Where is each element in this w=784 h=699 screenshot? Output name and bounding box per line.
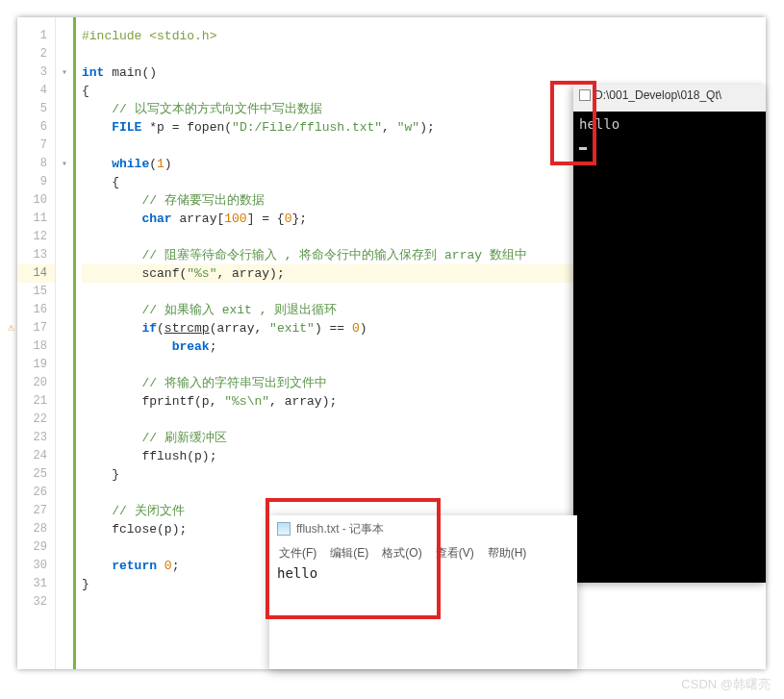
line-number: 31 [17, 575, 55, 593]
fold-cell [56, 337, 73, 356]
notepad-menu-item[interactable]: 查看(V) [436, 545, 474, 562]
line-number: 2 [17, 45, 55, 63]
line-number: 15 [17, 283, 55, 301]
fold-cell [56, 465, 73, 484]
line-number: 27 [17, 502, 55, 520]
fold-cell [56, 228, 73, 246]
notepad-menu-item[interactable]: 帮助(H) [488, 545, 527, 562]
watermark: CSDN @韩曙亮 [681, 676, 771, 693]
line-number: 14 [17, 264, 55, 283]
fold-cell [56, 27, 73, 45]
fold-cell [56, 502, 73, 520]
line-number: 17⚠ [17, 319, 55, 337]
fold-cell [56, 82, 73, 100]
fold-cell [56, 374, 73, 392]
fold-cell [56, 137, 73, 155]
fold-cell [56, 538, 73, 557]
fold-cell [56, 484, 73, 502]
notepad-menu-item[interactable]: 格式(O) [382, 545, 421, 562]
fold-cell [56, 100, 73, 118]
line-number: 20 [17, 374, 55, 392]
line-number: 18 [17, 337, 55, 356]
fold-cell [56, 411, 73, 429]
fold-cell [56, 45, 73, 63]
console-body[interactable]: hello [573, 112, 766, 154]
line-number: 3 [17, 63, 55, 82]
code-line[interactable]: #include <stdio.h> [82, 27, 766, 45]
line-number: 32 [17, 593, 55, 612]
fold-cell [56, 429, 73, 447]
warning-icon: ⚠ [8, 319, 14, 337]
notepad-icon [277, 522, 291, 536]
fold-cell [56, 319, 73, 337]
fold-cell [56, 557, 73, 575]
line-number: 8 [17, 155, 55, 173]
notepad-menubar: 文件(F)编辑(E)格式(O)查看(V)帮助(H) [269, 542, 577, 563]
notepad-window: fflush.txt - 记事本 文件(F)编辑(E)格式(O)查看(V)帮助(… [269, 515, 577, 669]
app-icon [579, 89, 591, 101]
line-number: 28 [17, 520, 55, 538]
line-number: 9 [17, 173, 55, 191]
notepad-menu-item[interactable]: 文件(F) [279, 545, 316, 562]
fold-cell [56, 301, 73, 319]
console-output-line: hello [579, 115, 760, 133]
notepad-content: hello [277, 565, 317, 581]
fold-cell [56, 356, 73, 374]
line-number: 12 [17, 228, 55, 246]
line-number: 30 [17, 557, 55, 575]
console-cursor [579, 147, 587, 150]
fold-cell[interactable]: ▾ [56, 155, 73, 173]
notepad-title-text: fflush.txt - 记事本 [296, 521, 384, 537]
fold-cell [56, 447, 73, 465]
line-number: 21 [17, 392, 55, 411]
line-number: 11 [17, 210, 55, 228]
code-line[interactable]: int main() [82, 63, 766, 82]
line-number: 4 [17, 82, 55, 100]
screenshot-frame: 1234567891011121314151617⚠18192021222324… [17, 17, 766, 669]
fold-column: ▾▾ [56, 17, 73, 669]
notepad-menu-item[interactable]: 编辑(E) [330, 545, 368, 562]
line-number: 25 [17, 465, 55, 484]
line-number: 16 [17, 301, 55, 319]
fold-cell [56, 593, 73, 612]
fold-cell [56, 575, 73, 593]
console-titlebar[interactable]: D:\001_Develop\018_Qt\ [579, 88, 721, 102]
line-number: 1 [17, 27, 55, 45]
line-number: 24 [17, 447, 55, 465]
fold-cell [56, 173, 73, 191]
line-number: 22 [17, 411, 55, 429]
fold-cell [56, 210, 73, 228]
fold-cell [56, 283, 73, 301]
line-number-gutter: 1234567891011121314151617⚠18192021222324… [17, 17, 56, 669]
fold-cell [56, 246, 73, 264]
line-number: 26 [17, 484, 55, 502]
line-number: 29 [17, 538, 55, 557]
line-number: 5 [17, 100, 55, 118]
fold-cell[interactable]: ▾ [56, 63, 73, 82]
console-window: D:\001_Develop\018_Qt\ hello [573, 85, 766, 583]
code-line[interactable] [82, 45, 766, 63]
line-number: 7 [17, 137, 55, 155]
fold-cell [56, 191, 73, 210]
line-number: 6 [17, 118, 55, 137]
line-number: 19 [17, 356, 55, 374]
fold-cell [56, 118, 73, 137]
console-title-text: D:\001_Develop\018_Qt\ [594, 88, 721, 102]
line-number: 10 [17, 191, 55, 210]
fold-cell [56, 392, 73, 411]
fold-cell [56, 520, 73, 538]
line-number: 13 [17, 246, 55, 264]
line-number: 23 [17, 429, 55, 447]
notepad-titlebar[interactable]: fflush.txt - 记事本 [269, 515, 577, 542]
fold-cell [56, 264, 73, 283]
notepad-body[interactable]: hello [269, 563, 577, 583]
